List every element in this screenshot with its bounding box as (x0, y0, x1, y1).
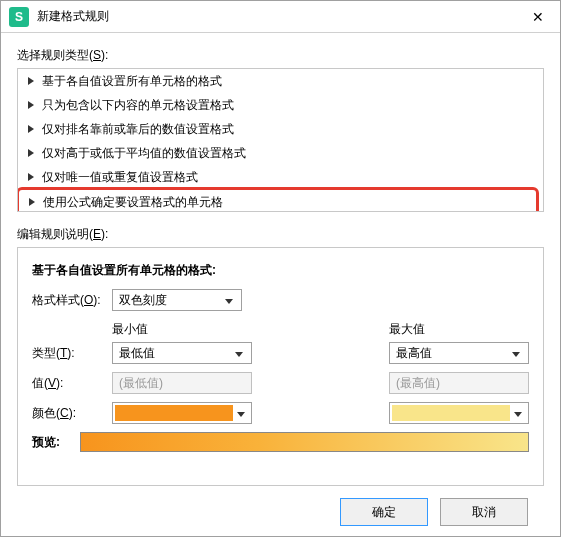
format-style-select[interactable]: 双色刻度 (112, 289, 242, 311)
preview-label: 预览: (32, 434, 80, 451)
rule-type-option-label: 使用公式确定要设置格式的单元格 (43, 194, 223, 211)
max-color-select[interactable] (389, 402, 529, 424)
chevron-down-icon (508, 346, 524, 360)
min-type-select[interactable]: 最低值 (112, 342, 252, 364)
content-area: 选择规则类型(S): 基于各自值设置所有单元格的格式 只为包含以下内容的单元格设… (1, 33, 560, 536)
rule-type-option[interactable]: 基于各自值设置所有单元格的格式 (18, 69, 543, 93)
app-icon: S (9, 7, 29, 27)
color-row: 颜色(C): (32, 402, 529, 424)
color-swatch-yellow (392, 405, 510, 421)
rule-description-panel: 基于各自值设置所有单元格的格式: 格式样式(O): 双色刻度 最小值 最大值 类… (17, 247, 544, 486)
rule-type-option-label: 仅对排名靠前或靠后的数值设置格式 (42, 121, 234, 138)
button-row: 确定 取消 (17, 486, 544, 526)
rule-type-label: 选择规则类型(S): (17, 47, 544, 64)
rule-type-option[interactable]: 仅对高于或低于平均值的数值设置格式 (18, 141, 543, 165)
rule-type-list[interactable]: 基于各自值设置所有单元格的格式 只为包含以下内容的单元格设置格式 仅对排名靠前或… (17, 68, 544, 212)
ok-button[interactable]: 确定 (340, 498, 428, 526)
rule-type-option[interactable]: 仅对排名靠前或靠后的数值设置格式 (18, 117, 543, 141)
triangle-icon (28, 77, 34, 85)
dialog-window: S 新建格式规则 ✕ 选择规则类型(S): 基于各自值设置所有单元格的格式 只为… (0, 0, 561, 537)
format-style-value: 双色刻度 (119, 292, 167, 309)
titlebar: S 新建格式规则 ✕ (1, 1, 560, 33)
color-label: 颜色(C): (32, 405, 112, 422)
rule-type-option[interactable]: 使用公式确定要设置格式的单元格 (19, 190, 536, 212)
preview-row: 预览: (32, 432, 529, 452)
cancel-button[interactable]: 取消 (440, 498, 528, 526)
max-type-select[interactable]: 最高值 (389, 342, 529, 364)
rule-description-label: 编辑规则说明(E): (17, 226, 544, 243)
chevron-down-icon (221, 293, 237, 307)
value-label: 值(V): (32, 375, 112, 392)
max-type-value: 最高值 (396, 345, 432, 362)
triangle-icon (28, 173, 34, 181)
minmax-header: 最小值 最大值 (112, 321, 529, 338)
triangle-icon (28, 101, 34, 109)
close-button[interactable]: ✕ (516, 1, 560, 33)
triangle-icon (29, 198, 35, 206)
min-type-value: 最低值 (119, 345, 155, 362)
window-title: 新建格式规则 (37, 8, 109, 25)
min-value-input: (最低值) (112, 372, 252, 394)
max-column-header: 最大值 (389, 321, 529, 338)
rule-type-option-label: 仅对唯一值或重复值设置格式 (42, 169, 198, 186)
rule-type-option-label: 基于各自值设置所有单元格的格式 (42, 73, 222, 90)
description-heading: 基于各自值设置所有单元格的格式: (32, 262, 529, 279)
rule-type-option-label: 仅对高于或低于平均值的数值设置格式 (42, 145, 246, 162)
chevron-down-icon (231, 346, 247, 360)
triangle-icon (28, 125, 34, 133)
highlight-annotation: 使用公式确定要设置格式的单元格 (17, 187, 539, 212)
rule-type-option-label: 只为包含以下内容的单元格设置格式 (42, 97, 234, 114)
chevron-down-icon (510, 406, 526, 420)
preview-gradient (80, 432, 529, 452)
value-row: 值(V): (最低值) (最高值) (32, 372, 529, 394)
color-swatch-orange (115, 405, 233, 421)
format-style-row: 格式样式(O): 双色刻度 (32, 289, 529, 311)
max-value-input: (最高值) (389, 372, 529, 394)
min-color-select[interactable] (112, 402, 252, 424)
type-row: 类型(T): 最低值 最高值 (32, 342, 529, 364)
rule-type-option[interactable]: 仅对唯一值或重复值设置格式 (18, 165, 543, 189)
format-style-label: 格式样式(O): (32, 292, 112, 309)
min-column-header: 最小值 (112, 321, 252, 338)
triangle-icon (28, 149, 34, 157)
chevron-down-icon (233, 406, 249, 420)
type-label: 类型(T): (32, 345, 112, 362)
rule-type-option[interactable]: 只为包含以下内容的单元格设置格式 (18, 93, 543, 117)
